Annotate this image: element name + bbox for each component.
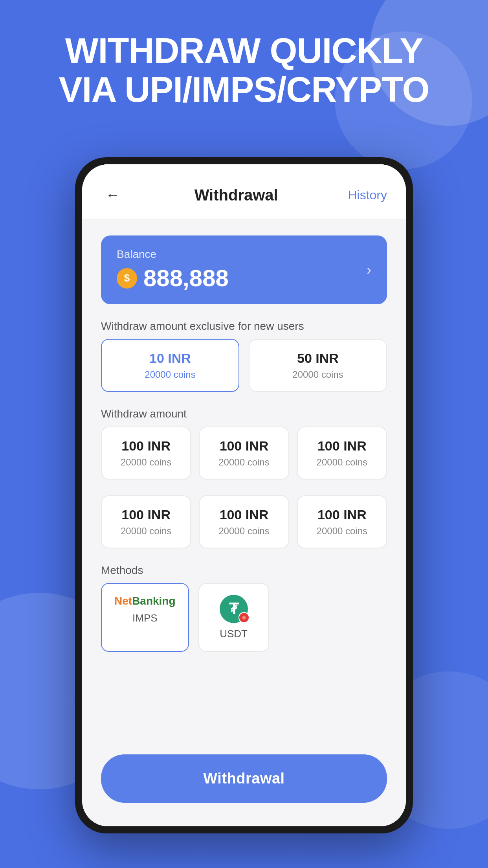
balance-amount-row: 888,888 — [117, 265, 229, 292]
screen-content: ← Withdrawal History Balance 888,888 — [82, 164, 406, 826]
methods-label: Methods — [101, 564, 387, 577]
amount-coins-2: 20000 coins — [292, 369, 343, 380]
w-coins-3: 20000 coins — [317, 457, 367, 468]
balance-value: 888,888 — [143, 265, 229, 292]
withdrawal-button[interactable]: Withdrawal — [101, 754, 387, 803]
svg-text:✓: ✓ — [242, 616, 245, 620]
withdraw-option-2[interactable]: 100 INR 20000 coins — [199, 427, 289, 480]
phone-mockup: ← Withdrawal History Balance 888,888 — [75, 157, 413, 833]
new-user-option-2[interactable]: 50 INR 20000 coins — [249, 339, 387, 392]
page-title: Withdrawal — [194, 186, 278, 204]
phone-screen: ← Withdrawal History Balance 888,888 — [82, 164, 406, 826]
netbanking-logo: NetBanking — [114, 595, 176, 607]
w-inr-2: 100 INR — [220, 438, 269, 454]
withdraw-option-3[interactable]: 100 INR 20000 coins — [297, 427, 387, 480]
hero-text: WITHDRAW QUICKLY VIA UPI/IMPS/CRYPTO — [0, 31, 488, 109]
w-inr-1: 100 INR — [121, 438, 171, 454]
withdraw-option-6[interactable]: 100 INR 20000 coins — [297, 495, 387, 548]
amount-coins-1: 20000 coins — [145, 369, 195, 380]
usdt-badge-icon: ✓ — [241, 615, 247, 620]
w-inr-5: 100 INR — [220, 507, 269, 522]
w-coins-4: 20000 coins — [121, 526, 171, 537]
balance-label: Balance — [117, 248, 229, 261]
balance-info: Balance 888,888 — [117, 248, 229, 292]
hero-line2: VIA UPI/IMPS/CRYPTO — [31, 70, 457, 109]
chevron-right-icon: › — [367, 262, 371, 278]
balance-card[interactable]: Balance 888,888 › — [101, 235, 387, 304]
amount-inr-2: 50 INR — [297, 351, 339, 366]
usdt-badge: ✓ — [238, 612, 250, 623]
withdraw-options-row1: 100 INR 20000 coins 100 INR 20000 coins … — [101, 427, 387, 480]
method-usdt[interactable]: ₮ ✓ USDT — [198, 583, 269, 652]
w-inr-4: 100 INR — [121, 507, 171, 522]
withdraw-option-4[interactable]: 100 INR 20000 coins — [101, 495, 191, 548]
bottom-bar: Withdrawal — [82, 745, 406, 826]
w-coins-2: 20000 coins — [218, 457, 269, 468]
withdraw-options-row2: 100 INR 20000 coins 100 INR 20000 coins … — [101, 495, 387, 548]
hero-line1: WITHDRAW QUICKLY — [31, 31, 457, 70]
amount-inr-1: 10 INR — [149, 351, 191, 366]
method-netbanking[interactable]: NetBanking IMPS — [101, 583, 189, 652]
bottom-spacer — [101, 668, 387, 729]
screen-header: ← Withdrawal History — [82, 164, 406, 220]
w-coins-6: 20000 coins — [317, 526, 367, 537]
netbanking-sub-label: IMPS — [132, 612, 158, 624]
withdraw-amount-label: Withdraw amount — [101, 408, 387, 420]
main-content: Balance 888,888 › Withdraw amount exclus… — [82, 220, 406, 745]
new-user-option-1[interactable]: 10 INR 20000 coins — [101, 339, 239, 392]
new-user-options: 10 INR 20000 coins 50 INR 20000 coins — [101, 339, 387, 392]
back-button[interactable]: ← — [101, 183, 125, 207]
history-button[interactable]: History — [348, 188, 387, 202]
usdt-icon: ₮ ✓ — [220, 595, 248, 623]
back-arrow-icon: ← — [106, 187, 120, 203]
coin-icon — [117, 268, 137, 289]
new-user-label: Withdraw amount exclusive for new users — [101, 320, 387, 333]
withdraw-option-1[interactable]: 100 INR 20000 coins — [101, 427, 191, 480]
w-coins-1: 20000 coins — [121, 457, 171, 468]
withdraw-option-5[interactable]: 100 INR 20000 coins — [199, 495, 289, 548]
w-inr-3: 100 INR — [317, 438, 367, 454]
w-inr-6: 100 INR — [317, 507, 367, 522]
usdt-label: USDT — [220, 628, 248, 640]
methods-grid: NetBanking IMPS ₮ ✓ — [101, 583, 387, 652]
w-coins-5: 20000 coins — [218, 526, 269, 537]
